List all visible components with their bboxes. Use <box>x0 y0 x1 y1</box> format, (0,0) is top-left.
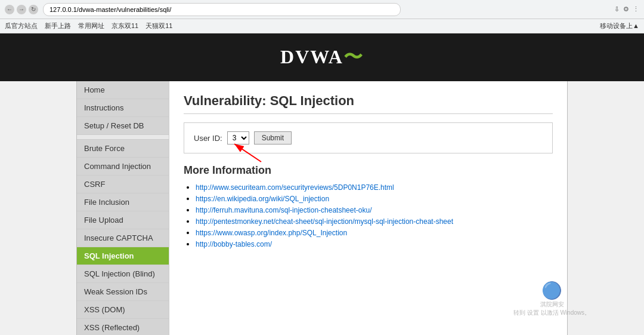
bookmark-guaguan[interactable]: 瓜官方站点 <box>5 21 38 30</box>
link-securiteam[interactable]: http://www.securiteam.com/securityreview… <box>196 183 394 192</box>
extensions-icon: ⚙ <box>623 5 629 13</box>
dvwa-header: DVWA〜 <box>0 33 644 81</box>
sidebar: Home Instructions Setup / Reset DB Brute… <box>77 81 169 335</box>
sidebar-item-xss-dom[interactable]: XSS (DOM) <box>77 301 169 319</box>
list-item: http://pentestmonkey.net/cheat-sheet/sql… <box>196 217 553 226</box>
more-info-title: More Information <box>184 164 553 177</box>
page-title: Vulnerability: SQL Injection <box>184 93 553 114</box>
bookmark-changyong[interactable]: 常用网址 <box>78 21 104 30</box>
sidebar-item-insecure-captcha[interactable]: Insecure CAPTCHA <box>77 229 169 247</box>
back-button[interactable]: ← <box>5 5 14 14</box>
bookmark-tianmao[interactable]: 天猫双11 <box>145 21 172 30</box>
download-icon: ⇩ <box>614 5 620 13</box>
sidebar-item-instructions[interactable]: Instructions <box>77 99 169 117</box>
bookmark-jingdong[interactable]: 京东双11 <box>112 21 138 30</box>
list-item: https://en.wikipedia.org/wiki/SQL_inject… <box>196 194 553 203</box>
menu-icon: ⋮ <box>633 5 639 13</box>
user-id-label: User ID: <box>194 134 222 143</box>
watermark: 🔵 淇院网安转到 设置 以激活 Windows。 <box>513 281 590 317</box>
bookmarks-right: 移动设备上▲ <box>600 21 639 30</box>
list-item: http://ferruh.mavituna.com/sql-injection… <box>196 205 553 214</box>
watermark-logo: 🔵 <box>513 281 590 300</box>
content-area: Home Instructions Setup / Reset DB Brute… <box>76 81 568 335</box>
watermark-text: 淇院网安转到 设置 以激活 Windows。 <box>513 300 590 317</box>
sidebar-item-weak-session-ids[interactable]: Weak Session IDs <box>77 283 169 301</box>
link-ferruh[interactable]: http://ferruh.mavituna.com/sql-injection… <box>196 206 371 214</box>
browser-icons: ⇩ ⚙ ⋮ <box>614 5 639 13</box>
browser-nav-buttons: ← → ↻ <box>5 5 38 14</box>
bookmark-xinshoulushang[interactable]: 新手上路 <box>45 21 71 30</box>
list-item: http://bobby-tables.com/ <box>196 239 553 248</box>
browser-chrome: ← → ↻ ⇩ ⚙ ⋮ <box>0 0 644 19</box>
link-bobby-tables[interactable]: http://bobby-tables.com/ <box>196 240 272 248</box>
link-pentestmonkey[interactable]: http://pentestmonkey.net/cheat-sheet/sql… <box>196 217 453 226</box>
sidebar-item-csrf[interactable]: CSRF <box>77 176 169 193</box>
sidebar-item-brute-force[interactable]: Brute Force <box>77 140 169 158</box>
logo-text: DVWA <box>280 46 343 67</box>
address-bar[interactable] <box>43 3 401 16</box>
list-item: https://www.owasp.org/index.php/SQL_Inje… <box>196 228 553 237</box>
list-item: http://www.securiteam.com/securityreview… <box>196 183 553 192</box>
bookmarks-bar: 瓜官方站点 新手上路 常用网址 京东双11 天猫双11 移动设备上▲ <box>0 19 644 33</box>
forward-button[interactable]: → <box>17 5 26 14</box>
sidebar-item-home[interactable]: Home <box>77 81 169 99</box>
sidebar-divider-1 <box>77 135 169 140</box>
more-info-list: http://www.securiteam.com/securityreview… <box>184 183 553 248</box>
page-outer: ← → ↻ ⇩ ⚙ ⋮ 瓜官方站点 新手上路 常用网址 京东双11 天猫双11 … <box>0 0 644 335</box>
refresh-button[interactable]: ↻ <box>29 5 38 14</box>
red-arrow-svg <box>219 139 267 163</box>
sidebar-item-file-upload[interactable]: File Upload <box>77 211 169 229</box>
link-wikipedia[interactable]: https://en.wikipedia.org/wiki/SQL_inject… <box>196 195 329 203</box>
sidebar-item-file-inclusion[interactable]: File Inclusion <box>77 193 169 211</box>
more-info-section: More Information http://www.securiteam.c… <box>184 164 553 248</box>
main-content: Vulnerability: SQL Injection User ID: 1 … <box>169 81 567 335</box>
sidebar-item-xss-reflected[interactable]: XSS (Reflected) <box>77 319 169 335</box>
svg-line-1 <box>234 144 261 162</box>
logo-wave: 〜 <box>343 46 364 67</box>
link-owasp[interactable]: https://www.owasp.org/index.php/SQL_Inje… <box>196 229 347 237</box>
sidebar-item-command-injection[interactable]: Command Injection <box>77 158 169 176</box>
sidebar-item-setup-reset-db[interactable]: Setup / Reset DB <box>77 117 169 135</box>
form-container: User ID: 1 2 3 4 5 Submit <box>184 122 553 164</box>
sidebar-item-sql-injection-blind[interactable]: SQL Injection (Blind) <box>77 265 169 283</box>
dvwa-logo: DVWA〜 <box>0 44 644 70</box>
sidebar-item-sql-injection[interactable]: SQL Injection <box>77 247 169 265</box>
arrow-annotation <box>219 139 267 165</box>
